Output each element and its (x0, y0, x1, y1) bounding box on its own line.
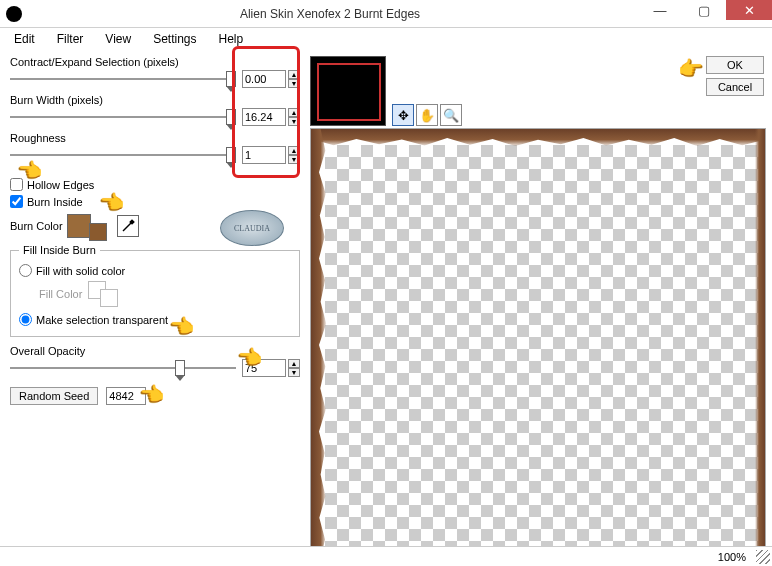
roughness-slider[interactable] (10, 147, 236, 163)
ok-button[interactable]: OK (706, 56, 764, 74)
close-button[interactable]: ✕ (726, 0, 772, 20)
zoom-tool[interactable]: 🔍 (440, 104, 462, 126)
window-title: Alien Skin Xenofex 2 Burnt Edges (22, 7, 638, 21)
svg-line-0 (123, 223, 131, 231)
resize-grip[interactable] (756, 550, 770, 564)
burnt-edge-effect (311, 129, 765, 561)
titlebar: Alien Skin Xenofex 2 Burnt Edges — ▢ ✕ (0, 0, 772, 28)
fill-inside-burn-group: Fill Inside Burn Fill with solid color F… (10, 244, 300, 337)
zoom-level: 100% (718, 551, 746, 563)
menu-view[interactable]: View (95, 30, 141, 48)
pointer-icon: 👉 (678, 56, 703, 80)
pointer-icon: 👉 (170, 314, 195, 338)
menu-filter[interactable]: Filter (47, 30, 94, 48)
eyedropper-icon[interactable] (117, 215, 139, 237)
menu-settings[interactable]: Settings (143, 30, 206, 48)
fill-legend: Fill Inside Burn (19, 244, 100, 256)
preview-canvas[interactable] (310, 128, 766, 562)
highlight-box (232, 46, 300, 178)
preview-panel: ✥ ✋ 🔍 OK Cancel 👉 (310, 50, 772, 566)
hand-tool[interactable]: ✋ (416, 104, 438, 126)
burn-inside-checkbox[interactable] (10, 195, 23, 208)
pointer-icon: 👉 (100, 190, 125, 214)
random-seed-button[interactable]: Random Seed (10, 387, 98, 405)
fill-color-label: Fill Color (39, 288, 82, 300)
burn-color-label: Burn Color (10, 220, 63, 232)
maximize-button[interactable]: ▢ (682, 0, 726, 20)
controls-panel: Contract/Expand Selection (pixels) ▲▼ Bu… (0, 50, 310, 566)
navigator-preview[interactable] (310, 56, 386, 126)
pointer-icon: 👉 (140, 382, 165, 406)
fill-solid-label: Fill with solid color (36, 265, 125, 277)
minimize-button[interactable]: — (638, 0, 682, 20)
fill-transparent-label: Make selection transparent (36, 314, 168, 326)
burn-color-primary-swatch[interactable] (67, 214, 91, 238)
burn-color-secondary-swatch[interactable] (89, 223, 107, 241)
contract-slider[interactable] (10, 71, 236, 87)
burn-inside-label: Burn Inside (27, 196, 83, 208)
fill-transparent-radio[interactable] (19, 313, 32, 326)
pointer-icon: 👉 (18, 158, 43, 182)
watermark: CLAUDIA (220, 210, 284, 246)
menubar: Edit Filter View Settings Help (0, 28, 772, 50)
fill-solid-radio[interactable] (19, 264, 32, 277)
fill-color-swatches (88, 281, 124, 307)
navigator-rect[interactable] (317, 63, 381, 121)
app-icon (6, 6, 22, 22)
menu-edit[interactable]: Edit (4, 30, 45, 48)
opacity-slider[interactable] (10, 360, 236, 376)
opacity-up[interactable]: ▲ (288, 359, 300, 368)
statusbar: 100% (0, 546, 772, 566)
opacity-down[interactable]: ▼ (288, 368, 300, 377)
cancel-button[interactable]: Cancel (706, 78, 764, 96)
pointer-icon: 👉 (238, 345, 263, 369)
burnwidth-slider[interactable] (10, 109, 236, 125)
move-tool[interactable]: ✥ (392, 104, 414, 126)
